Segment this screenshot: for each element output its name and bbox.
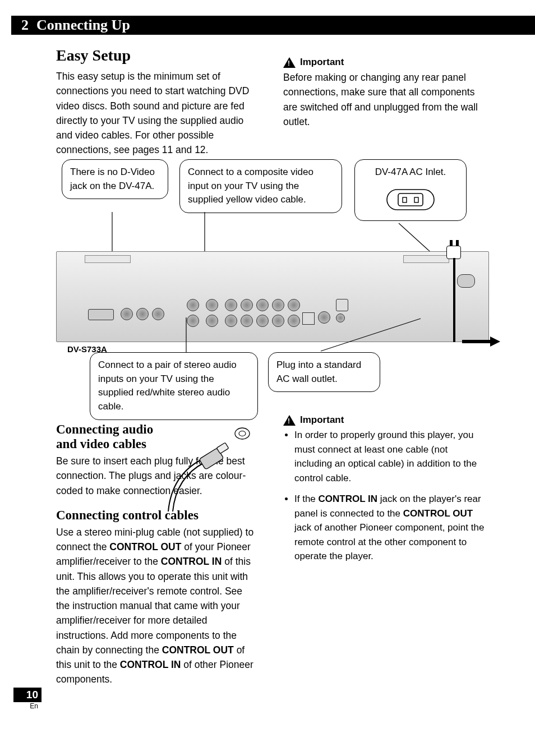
rear-panel-diagram: There is no D-Video jack on the DV-47A. … xyxy=(56,156,488,411)
jack-icon xyxy=(241,315,253,327)
jack-icon xyxy=(152,308,164,320)
important-bottom-label: Important xyxy=(300,414,344,426)
intro-left-col: Easy Setup This easy setup is the minimu… xyxy=(56,42,259,163)
svg-rect-2 xyxy=(403,197,407,202)
svg-point-6 xyxy=(235,428,250,439)
callout-ac-inlet: DV-47A AC Inlet. xyxy=(354,159,467,221)
jack-icon xyxy=(206,299,218,311)
bullet-text: If the xyxy=(294,494,319,504)
power-arrow-icon xyxy=(490,336,500,347)
intro-columns: Easy Setup This easy setup is the minimu… xyxy=(56,42,486,163)
important-top-label: Important xyxy=(300,57,344,68)
jack-icon xyxy=(272,299,284,311)
jack-icon xyxy=(256,299,269,311)
callout-ac-label: DV-47A AC Inlet. xyxy=(363,165,458,179)
warning-icon xyxy=(283,415,296,426)
control-in-label: CONTROL IN xyxy=(161,556,222,567)
important-bullet: In order to properly ground this player,… xyxy=(294,428,486,485)
hdmi-jack-icon xyxy=(88,309,114,320)
bullet-text: jack of another Pioneer component, point… xyxy=(294,522,484,561)
plug-body-icon xyxy=(446,246,461,259)
chapter-title: Connecting Up xyxy=(33,17,130,34)
lower-left-col: Connecting audio and video cables Be sur… xyxy=(56,412,259,693)
power-cord-icon xyxy=(453,258,455,342)
jack-icon xyxy=(225,299,237,311)
section-easy-title: Easy Setup xyxy=(56,47,259,64)
control-out-label: CONTROL OUT xyxy=(403,508,473,519)
optical-jack-icon xyxy=(302,312,315,325)
page-number: 10 xyxy=(13,688,41,702)
section-ctrl-body: Use a stereo mini-plug cable (not suppli… xyxy=(56,525,259,687)
rca-cable-icon xyxy=(162,425,257,514)
jack-icon xyxy=(187,299,199,311)
svg-point-7 xyxy=(239,431,246,436)
jack-icon xyxy=(288,299,300,311)
jack-icon xyxy=(288,315,300,327)
svg-rect-3 xyxy=(414,197,418,202)
important-top-body: Before making or changing any rear panel… xyxy=(283,70,486,129)
jack-group xyxy=(206,299,218,311)
svg-rect-0 xyxy=(387,190,434,210)
jack-icon xyxy=(272,315,284,327)
jack-icon xyxy=(256,315,269,327)
control-out-label: CONTROL OUT xyxy=(162,644,234,656)
jack-group xyxy=(225,315,300,327)
svg-rect-1 xyxy=(398,193,423,206)
important-bullet: If the CONTROL IN jack on the player's r… xyxy=(294,492,486,564)
chapter-header: 2 Connecting Up xyxy=(11,16,535,35)
pointer-line xyxy=(185,317,230,357)
control-in-label: CONTROL IN xyxy=(120,659,181,670)
jack-icon xyxy=(121,308,133,320)
ctrl-text: of this unit. This allows you to operate… xyxy=(56,556,251,656)
callout-stereo-audio: Connect to a pair of stereo audio inputs… xyxy=(90,352,258,420)
jack-icon xyxy=(136,308,149,320)
jack-group xyxy=(187,299,199,311)
jack-icon xyxy=(241,299,253,311)
callout-composite: Connect to a composite video input on yo… xyxy=(179,159,342,213)
ac-inlet-icon xyxy=(382,185,439,213)
svideo-jack-icon xyxy=(336,299,348,311)
lower-columns: Connecting audio and video cables Be sur… xyxy=(56,412,486,693)
lower-right-col: Important In order to properly ground th… xyxy=(283,412,486,693)
important-bottom-row: Important xyxy=(283,414,486,426)
ac-inlet-icon xyxy=(457,274,475,288)
control-out-label: CONTROL OUT xyxy=(109,541,181,552)
important-bullet-list: In order to properly ground this player,… xyxy=(283,428,486,564)
chapter-number: 2 xyxy=(11,17,33,34)
section-av-title: Connecting audio and video cables xyxy=(56,422,157,451)
manual-page: 2 Connecting Up Easy Setup This easy set… xyxy=(0,0,535,756)
callout-no-dvideo: There is no D-Video jack on the DV-47A. xyxy=(62,159,168,199)
intro-right-col: Important Before making or changing any … xyxy=(283,42,486,163)
page-number-block: 10 En xyxy=(13,688,41,710)
warning-icon xyxy=(283,57,296,68)
control-in-label: CONTROL IN xyxy=(319,494,377,504)
section-easy-body: This easy setup is the minimum set of co… xyxy=(56,69,259,158)
jack-group xyxy=(121,308,164,320)
jack-group xyxy=(225,299,300,311)
page-language: En xyxy=(13,702,41,710)
important-top-row: Important xyxy=(283,57,486,68)
callout-plug-wall: Plug into a standard AC wall outlet. xyxy=(268,352,380,392)
